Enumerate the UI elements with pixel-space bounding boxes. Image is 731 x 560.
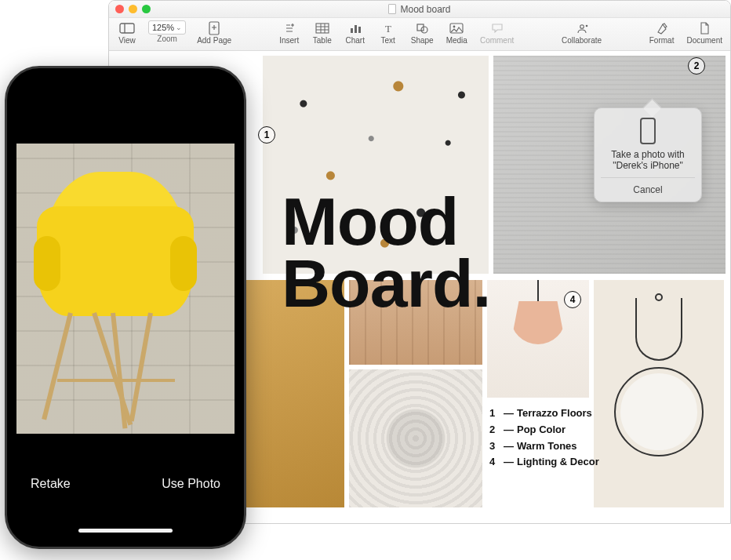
zoom-window-button[interactable] [142,5,151,13]
add-page-button[interactable]: Add Page [194,20,235,49]
cancel-button[interactable]: Cancel [601,177,695,202]
view-icon [119,21,135,35]
insert-icon [282,21,297,35]
view-button[interactable]: View [114,20,140,49]
window-titlebar: Mood board [109,1,730,18]
table-icon [315,21,330,35]
legend[interactable]: 1—Terrazzo Floors 2—Pop Color 3—Warm Ton… [489,405,599,471]
window-title: Mood board [400,4,450,15]
media-button[interactable]: Media [443,20,471,49]
svg-point-17 [453,25,456,27]
iphone-icon [640,118,656,144]
svg-rect-12 [358,27,361,33]
svg-rect-0 [120,24,134,33]
legend-row: 1—Terrazzo Floors [489,405,599,422]
document-icon [388,4,396,14]
camera-preview[interactable] [16,144,235,434]
document-button[interactable]: Document [683,20,726,49]
svg-rect-5 [316,24,329,33]
text-button[interactable]: T Text [375,20,402,49]
callout-4[interactable]: 4 [564,291,581,308]
add-page-icon [206,21,222,35]
toolbar: View 125% ⌄ Zoom Add Page [109,18,730,51]
camera-capture-bar: Retake Use Photo [16,445,235,537]
callout-1[interactable]: 1 [258,126,275,144]
chart-button[interactable]: Chart [342,20,369,49]
svg-point-15 [421,27,427,33]
use-photo-button[interactable]: Use Photo [162,477,220,491]
close-window-button[interactable] [115,5,124,13]
zoom-select[interactable]: 125% ⌄ Zoom [147,20,187,49]
shape-icon [414,21,430,35]
minimize-window-button[interactable] [129,5,137,13]
continuity-camera-popover: Take a photo with "Derek's iPhone" Cance… [594,107,702,202]
comment-icon [489,21,505,35]
format-button[interactable]: Format [646,20,678,49]
iphone-device: Retake Use Photo [5,66,246,549]
svg-text:T: T [385,23,391,34]
document-heading[interactable]: Mood Board. [282,191,490,315]
format-icon [654,21,670,35]
collaborate-button[interactable]: Collaborate [558,20,605,49]
media-icon [449,21,464,35]
iphone-screen: Retake Use Photo [16,78,235,537]
callout-2[interactable]: 2 [688,57,705,75]
table-button[interactable]: Table [309,20,336,49]
home-indicator[interactable] [78,529,173,533]
chevron-down-icon: ⌄ [176,24,182,31]
svg-point-19 [585,24,587,27]
svg-rect-11 [355,25,357,33]
image-rug[interactable] [349,369,482,507]
retake-button[interactable]: Retake [31,477,71,491]
insert-button[interactable]: Insert [276,20,303,49]
legend-row: 4—Lighting & Decor [489,454,599,471]
legend-row: 3—Warm Tones [489,438,599,455]
comment-button[interactable]: Comment [477,20,517,49]
text-icon: T [380,21,396,35]
popover-message: Take a photo with "Derek's iPhone" [611,149,684,171]
image-mirror[interactable] [594,280,724,507]
collaborate-icon [574,21,590,35]
svg-point-18 [580,24,584,28]
svg-rect-10 [351,28,353,33]
zoom-value: 125% [152,23,174,32]
window-controls [115,5,151,13]
document-pane-icon [696,21,712,35]
chart-icon [347,21,363,35]
iphone-notch [67,78,184,98]
legend-row: 2—Pop Color [489,422,599,438]
shape-button[interactable]: Shape [408,20,437,49]
